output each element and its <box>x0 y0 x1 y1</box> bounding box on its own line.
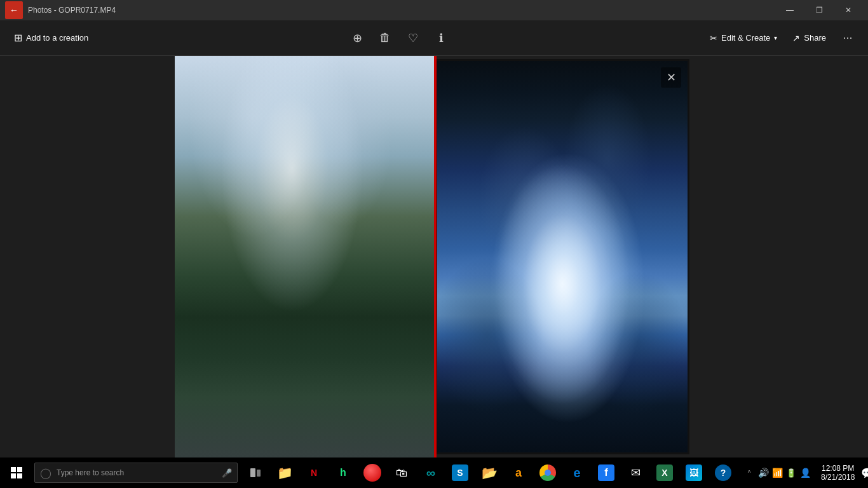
system-tray: ^ 🔊 📶 🔋 👤 <box>740 467 815 478</box>
back-button[interactable]: ← <box>5 1 23 19</box>
mail-icon: ✉ <box>631 466 641 480</box>
info-button[interactable]: ℹ <box>428 25 454 51</box>
unknown-app-button[interactable] <box>358 459 386 487</box>
search-input[interactable] <box>57 468 215 477</box>
toolbar-center-group: ⊕ 🗑 ♡ ℹ <box>344 25 454 51</box>
windows-logo-icon <box>11 467 22 478</box>
title-bar: ← Photos - GOPR0717.MP4 — ❐ ✕ <box>0 0 868 20</box>
folder-button[interactable]: 📂 <box>475 459 503 487</box>
tray-network-icon[interactable]: 📶 <box>771 467 783 478</box>
right-video-frame <box>437 61 688 452</box>
s-app-button[interactable]: S <box>446 459 474 487</box>
favorite-button[interactable]: ♡ <box>400 25 426 51</box>
video-area: ✕ <box>0 56 868 458</box>
s-app-icon: S <box>452 464 468 481</box>
search-bar[interactable]: ◯ 🎤 <box>34 463 238 483</box>
edit-create-button[interactable]: ✂ Edit & Create ▾ <box>703 29 783 47</box>
folder-icon: 📁 <box>277 465 293 480</box>
edit-create-label: Edit & Create <box>721 33 770 43</box>
hulu-icon: h <box>340 467 346 478</box>
more-options-button[interactable]: ··· <box>835 25 860 51</box>
minimize-button[interactable]: — <box>775 0 804 20</box>
main-content: ✕ <box>0 56 868 458</box>
right-video-panel: ✕ <box>435 59 689 454</box>
tray-people-icon[interactable]: 👤 <box>799 467 811 478</box>
help-icon: ? <box>715 464 731 481</box>
hulu-button[interactable]: h <box>329 459 357 487</box>
photos-button[interactable]: 🖼 <box>680 459 708 487</box>
red-circle-icon <box>363 464 381 482</box>
search-cortana-icon: ◯ <box>40 467 51 479</box>
edge-button[interactable]: e <box>563 459 591 487</box>
clock-time: 12:08 PM <box>822 464 854 473</box>
share-label: Share <box>804 33 826 43</box>
right-panel-close-button[interactable]: ✕ <box>661 67 681 88</box>
clock-date: 8/21/2018 <box>821 473 855 482</box>
taskview-icon <box>250 468 261 477</box>
netflix-button[interactable]: N <box>300 459 328 487</box>
scissors-icon: ✂ <box>710 33 717 43</box>
facebook-button[interactable]: f <box>592 459 620 487</box>
netflix-icon: N <box>311 468 317 478</box>
delete-button[interactable]: 🗑 <box>372 25 398 51</box>
photos-icon: 🖼 <box>686 464 702 481</box>
add-creation-label: Add to a creation <box>26 33 88 43</box>
excel-button[interactable]: X <box>651 459 679 487</box>
excel-icon: X <box>656 464 673 481</box>
window-title: Photos - GOPR0717.MP4 <box>28 6 116 15</box>
left-video-frame <box>175 56 435 458</box>
mail-button[interactable]: ✉ <box>621 459 649 487</box>
edge-icon: e <box>573 466 580 480</box>
comparison-divider[interactable] <box>434 56 437 458</box>
infinity-icon: ∞ <box>426 466 435 480</box>
title-bar-left: ← Photos - GOPR0717.MP4 <box>5 1 116 19</box>
shopping-icon: 🛍 <box>396 466 407 480</box>
chrome-button[interactable] <box>534 459 562 487</box>
add-creation-icon: ⊞ <box>14 32 22 44</box>
tray-volume-icon[interactable]: 🔊 <box>757 467 769 478</box>
help-button[interactable]: ? <box>709 459 737 487</box>
folder2-icon: 📂 <box>482 465 498 480</box>
task-view-button[interactable] <box>241 459 269 487</box>
start-button[interactable] <box>3 459 31 487</box>
add-to-creation-button[interactable]: ⊞ Add to a creation <box>8 28 95 48</box>
share-icon: ↗ <box>792 33 800 43</box>
zoom-button[interactable]: ⊕ <box>344 25 370 51</box>
arduino-button[interactable]: ∞ <box>417 459 445 487</box>
share-button[interactable]: ↗ Share <box>786 29 832 47</box>
shopping-button[interactable]: 🛍 <box>388 459 416 487</box>
tray-chevron[interactable]: ^ <box>743 467 755 478</box>
facebook-icon: f <box>598 464 614 481</box>
left-video-panel <box>175 56 435 458</box>
taskbar: ◯ 🎤 📁 N h 🛍 ∞ S 📂 a <box>0 458 868 488</box>
amazon-button[interactable]: a <box>505 459 532 487</box>
maximize-button[interactable]: ❐ <box>804 0 834 20</box>
clock[interactable]: 12:08 PM 8/21/2018 <box>816 464 860 482</box>
amazon-icon: a <box>515 466 522 480</box>
microphone-icon[interactable]: 🎤 <box>222 468 232 478</box>
title-bar-controls: — ❐ ✕ <box>775 0 863 20</box>
tray-battery-icon[interactable]: 🔋 <box>785 467 797 478</box>
toolbar: ⊞ Add to a creation ⊕ 🗑 ♡ ℹ ✂ Edit & Cre… <box>0 20 868 56</box>
toolbar-right-group: ✂ Edit & Create ▾ ↗ Share ··· <box>703 25 860 51</box>
file-explorer-button[interactable]: 📁 <box>271 459 299 487</box>
notification-button[interactable]: 💬 <box>861 459 868 487</box>
chrome-icon <box>539 464 556 481</box>
close-button[interactable]: ✕ <box>834 0 863 20</box>
dropdown-icon: ▾ <box>774 34 777 41</box>
